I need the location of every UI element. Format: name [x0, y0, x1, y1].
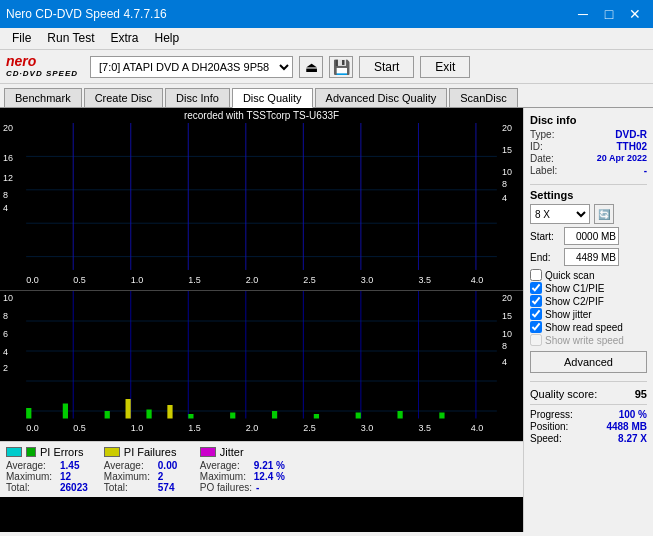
save-button[interactable]: 💾: [329, 56, 353, 78]
pi-errors-total-key: Total:: [6, 482, 56, 493]
svg-rect-54: [26, 408, 31, 419]
close-button[interactable]: ✕: [623, 4, 647, 24]
tab-disc-info[interactable]: Disc Info: [165, 88, 230, 107]
svg-text:3.5: 3.5: [418, 275, 431, 285]
drive-select[interactable]: [7:0] ATAPI DVD A DH20A3S 9P58: [90, 56, 293, 78]
jitter-po-key: PO failures:: [200, 482, 252, 493]
start-input[interactable]: [564, 227, 619, 245]
disc-id-key: ID:: [530, 141, 543, 152]
svg-text:8: 8: [3, 190, 8, 200]
legend-jitter: Jitter Average: 9.21 % Maximum: 12.4 % P…: [200, 446, 285, 493]
tab-benchmark[interactable]: Benchmark: [4, 88, 82, 107]
svg-text:10: 10: [502, 329, 512, 339]
show-c2pif-label: Show C2/PIF: [545, 296, 604, 307]
svg-text:2.5: 2.5: [303, 423, 316, 433]
svg-rect-57: [146, 410, 151, 419]
show-c1pie-label: Show C1/PIE: [545, 283, 604, 294]
pi-errors-label: PI Errors: [40, 446, 83, 458]
svg-text:8: 8: [502, 179, 507, 189]
disc-type-row: Type: DVD-R: [530, 129, 647, 140]
eject-button[interactable]: ⏏: [299, 56, 323, 78]
position-key: Position:: [530, 421, 568, 432]
pi-failures-total-key: Total:: [104, 482, 154, 493]
legend-pi-errors-title: PI Errors: [6, 446, 88, 458]
divider2: [530, 381, 647, 382]
show-c1pie-checkbox[interactable]: [530, 282, 542, 294]
pi-errors-color: [6, 447, 22, 457]
svg-text:0.0: 0.0: [26, 275, 39, 285]
speed-val: 8.27 X: [618, 433, 647, 444]
menu-extra[interactable]: Extra: [102, 30, 146, 47]
tab-disc-quality[interactable]: Disc Quality: [232, 88, 313, 108]
exit-button[interactable]: Exit: [420, 56, 470, 78]
advanced-button[interactable]: Advanced: [530, 351, 647, 373]
quick-scan-row: Quick scan: [530, 269, 647, 281]
pi-failures-avg-row: Average: 0.00: [104, 460, 184, 471]
bottom-chart-svg: 10 8 6 4 2 20 15 10 8 4 0.0 0.5 1.0 1.5 …: [0, 291, 523, 441]
svg-text:20: 20: [502, 123, 512, 133]
svg-text:3.0: 3.0: [361, 275, 374, 285]
pi-failures-total-row: Total: 574: [104, 482, 184, 493]
svg-text:4: 4: [3, 347, 8, 357]
menu-run-test[interactable]: Run Test: [39, 30, 102, 47]
quick-scan-checkbox[interactable]: [530, 269, 542, 281]
pi-failures-max-row: Maximum: 2: [104, 471, 184, 482]
svg-rect-56: [105, 411, 110, 419]
disc-date-key: Date:: [530, 153, 554, 164]
show-c2pif-checkbox[interactable]: [530, 295, 542, 307]
svg-text:15: 15: [502, 311, 512, 321]
tab-create-disc[interactable]: Create Disc: [84, 88, 163, 107]
show-write-checkbox[interactable]: [530, 334, 542, 346]
show-c2pif-row: Show C2/PIF: [530, 295, 647, 307]
start-button[interactable]: Start: [359, 56, 414, 78]
disc-label-val: -: [644, 165, 647, 176]
svg-rect-59: [230, 413, 235, 419]
svg-text:1.0: 1.0: [131, 423, 144, 433]
start-label: Start:: [530, 231, 560, 242]
progress-row: Progress: 100 %: [530, 409, 647, 420]
disc-label-key: Label:: [530, 165, 557, 176]
logo-line2: CD·DVD SPEED: [6, 70, 78, 79]
speed-select[interactable]: Max8 X4 X2 X1 X: [530, 204, 590, 224]
svg-text:20: 20: [3, 123, 13, 133]
progress-val: 100 %: [619, 409, 647, 420]
end-row: End:: [530, 248, 647, 266]
minimize-button[interactable]: ─: [571, 4, 595, 24]
svg-text:8: 8: [502, 341, 507, 351]
chart-bottom: 10 8 6 4 2 20 15 10 8 4 0.0 0.5 1.0 1.5 …: [0, 291, 523, 441]
speed-refresh-button[interactable]: 🔄: [594, 204, 614, 224]
end-input[interactable]: [564, 248, 619, 266]
show-read-checkbox[interactable]: [530, 321, 542, 333]
menu-help[interactable]: Help: [147, 30, 188, 47]
svg-text:1.5: 1.5: [188, 275, 201, 285]
pi-failures-total-val: 574: [158, 482, 175, 493]
pi-errors-max-val: 12: [60, 471, 71, 482]
svg-text:2.0: 2.0: [246, 275, 259, 285]
svg-text:0.5: 0.5: [73, 275, 86, 285]
show-jitter-row: Show jitter: [530, 308, 647, 320]
end-label: End:: [530, 252, 560, 263]
disc-info-section: Disc info Type: DVD-R ID: TTH02 Date: 20…: [530, 114, 647, 176]
pi-failures-max-val: 2: [158, 471, 164, 482]
menu-file[interactable]: File: [4, 30, 39, 47]
tab-scan-disc[interactable]: ScanDisc: [449, 88, 517, 107]
disc-type-key: Type:: [530, 129, 554, 140]
svg-text:4.0: 4.0: [471, 275, 484, 285]
disc-type-val: DVD-R: [615, 129, 647, 140]
tab-advanced-disc-quality[interactable]: Advanced Disc Quality: [315, 88, 448, 107]
svg-text:6: 6: [3, 329, 8, 339]
svg-text:4: 4: [502, 193, 507, 203]
svg-text:12: 12: [3, 173, 13, 183]
chart-subtitle: recorded with TSSTcorp TS-U633F: [0, 108, 523, 123]
speed-setting-row: Max8 X4 X2 X1 X 🔄: [530, 204, 647, 224]
position-val: 4488 MB: [606, 421, 647, 432]
show-read-label: Show read speed: [545, 322, 623, 333]
svg-rect-60: [272, 411, 277, 419]
maximize-button[interactable]: □: [597, 4, 621, 24]
position-row: Position: 4488 MB: [530, 421, 647, 432]
jitter-max-key: Maximum:: [200, 471, 250, 482]
jitter-max-val: 12.4 %: [254, 471, 285, 482]
legend-jitter-title: Jitter: [200, 446, 285, 458]
show-jitter-checkbox[interactable]: [530, 308, 542, 320]
svg-text:10: 10: [3, 293, 13, 303]
